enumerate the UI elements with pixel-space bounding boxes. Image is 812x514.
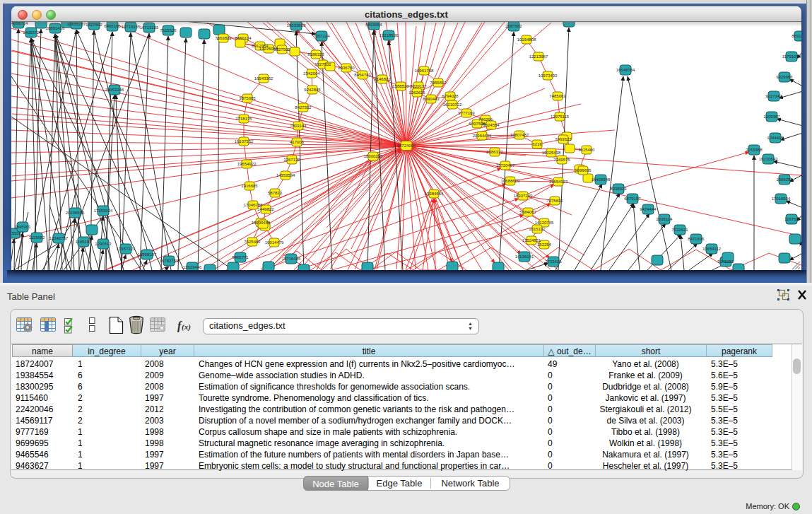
svg-text:1845001: 1845001 (14, 225, 31, 229)
svg-text:10154808: 10154808 (517, 37, 536, 42)
svg-text:2935114: 2935114 (657, 217, 673, 221)
svg-text:7075692: 7075692 (546, 199, 563, 203)
svg-text:2342004: 2342004 (303, 71, 320, 76)
svg-text:3875685: 3875685 (239, 96, 256, 100)
svg-text:7515526: 7515526 (160, 28, 177, 33)
svg-text:9699695: 9699695 (575, 168, 592, 173)
svg-text:20364436: 20364436 (473, 134, 492, 138)
svg-text:7663822: 7663822 (215, 36, 232, 40)
svg-text:16107552: 16107552 (235, 139, 254, 144)
svg-text:7485063: 7485063 (549, 94, 566, 98)
svg-text:9474444: 9474444 (640, 207, 657, 211)
svg-text:15716485: 15716485 (282, 257, 301, 261)
svg-text:14353594: 14353594 (276, 173, 295, 177)
svg-text:1115682: 1115682 (29, 235, 45, 240)
svg-text:8427552: 8427552 (295, 105, 312, 110)
svg-text:19218506: 19218506 (379, 33, 399, 37)
svg-text:7463627: 7463627 (555, 137, 572, 141)
svg-text:10719155: 10719155 (122, 25, 141, 29)
svg-text:14055724: 14055724 (11, 22, 28, 25)
svg-text:9242845: 9242845 (304, 88, 321, 92)
svg-text:8471636: 8471636 (688, 237, 705, 241)
svg-text:17957223: 17957223 (117, 247, 136, 251)
svg-text:417006: 417006 (290, 140, 305, 144)
svg-text:2386322: 2386322 (486, 150, 503, 154)
svg-text:6794028: 6794028 (442, 94, 459, 98)
svg-text:10688609: 10688609 (501, 179, 520, 183)
svg-text:18724007: 18724007 (397, 144, 416, 148)
svg-text:9245052: 9245052 (717, 259, 734, 264)
svg-text:12923446: 12923446 (183, 265, 202, 269)
svg-text:20891406: 20891406 (46, 26, 65, 30)
svg-text:14120745: 14120745 (535, 221, 554, 225)
svg-text:14136141: 14136141 (515, 255, 534, 259)
svg-text:8660124: 8660124 (235, 36, 252, 40)
svg-text:1588520: 1588520 (392, 84, 409, 88)
svg-text:9777169: 9777169 (458, 111, 475, 115)
svg-text:1244415: 1244415 (767, 136, 784, 140)
svg-text:1916685: 1916685 (241, 184, 258, 188)
svg-text:18307249: 18307249 (514, 194, 533, 198)
svg-text:19384554: 19384554 (425, 192, 444, 196)
svg-text:116753: 116753 (784, 217, 799, 221)
svg-text:19654923: 19654923 (549, 180, 568, 184)
svg-text:3267130: 3267130 (283, 158, 300, 162)
svg-text:16210722: 16210722 (443, 103, 462, 107)
svg-text:1405572: 1405572 (23, 30, 40, 35)
svg-text:5684067: 5684067 (519, 210, 536, 214)
svg-text:152254: 152254 (537, 243, 552, 247)
svg-text:16099488: 16099488 (252, 221, 271, 225)
svg-text:2718176: 2718176 (235, 117, 252, 121)
svg-text:8220137: 8220137 (410, 84, 427, 88)
svg-text:1145191: 1145191 (76, 240, 93, 244)
svg-text:16210643: 16210643 (759, 157, 778, 161)
svg-text:20053346: 20053346 (105, 88, 124, 92)
svg-text:15751074: 15751074 (782, 54, 801, 59)
svg-text:10655287: 10655287 (67, 22, 86, 26)
svg-text:6466160: 6466160 (104, 24, 121, 28)
svg-text:16713155: 16713155 (140, 25, 159, 30)
svg-text:1209387: 1209387 (763, 115, 780, 119)
svg-text:1615132: 1615132 (529, 227, 546, 231)
svg-text:16409948: 16409948 (592, 177, 611, 182)
svg-text:17016504: 17016504 (772, 197, 791, 201)
svg-text:7955812: 7955812 (430, 81, 447, 85)
svg-text:7625402: 7625402 (244, 240, 261, 244)
svg-text:16961758: 16961758 (415, 69, 434, 73)
svg-text:9115460: 9115460 (579, 148, 596, 152)
svg-text:8938923: 8938923 (610, 187, 627, 191)
svg-text:19654923: 19654923 (237, 162, 257, 166)
svg-text:9327502: 9327502 (314, 62, 331, 66)
svg-text:12975115: 12975115 (551, 115, 570, 119)
svg-text:16914479: 16914479 (265, 240, 284, 245)
svg-text:8186323: 8186323 (307, 52, 324, 57)
svg-text:9465771: 9465771 (232, 255, 249, 259)
svg-text:12213967: 12213967 (529, 54, 548, 59)
svg-text:2087682: 2087682 (505, 24, 522, 28)
svg-text:1569297: 1569297 (776, 177, 793, 182)
svg-text:3215958: 3215958 (746, 148, 763, 152)
svg-text:39155061: 39155061 (11, 231, 24, 235)
svg-text:8990443: 8990443 (423, 97, 440, 101)
svg-text:16543362: 16543362 (254, 76, 273, 81)
svg-text:7803144: 7803144 (290, 124, 307, 128)
svg-text:1262625: 1262625 (408, 90, 425, 95)
svg-text:9329966: 9329966 (776, 75, 793, 79)
svg-text:16648784: 16648784 (616, 68, 635, 72)
svg-text:9146821: 9146821 (374, 77, 391, 81)
svg-text:7357224: 7357224 (313, 34, 330, 38)
svg-text:8813054: 8813054 (365, 23, 382, 27)
svg-text:2936760: 2936760 (338, 66, 355, 70)
svg-text:1733426: 1733426 (545, 259, 562, 264)
svg-text:1290513: 1290513 (95, 242, 112, 246)
svg-text:16782759: 16782759 (160, 259, 179, 263)
svg-text:6879197: 6879197 (624, 197, 641, 201)
svg-text:17359924: 17359924 (94, 209, 113, 213)
svg-text:10958187: 10958187 (138, 252, 157, 257)
svg-text:587833: 587833 (268, 191, 283, 195)
svg-text:9227342: 9227342 (765, 94, 782, 98)
svg-text:8454749: 8454749 (354, 73, 371, 77)
svg-text:1449822: 1449822 (257, 207, 274, 211)
svg-text:7349575: 7349575 (553, 158, 570, 162)
svg-text:9327509: 9327509 (273, 47, 290, 52)
